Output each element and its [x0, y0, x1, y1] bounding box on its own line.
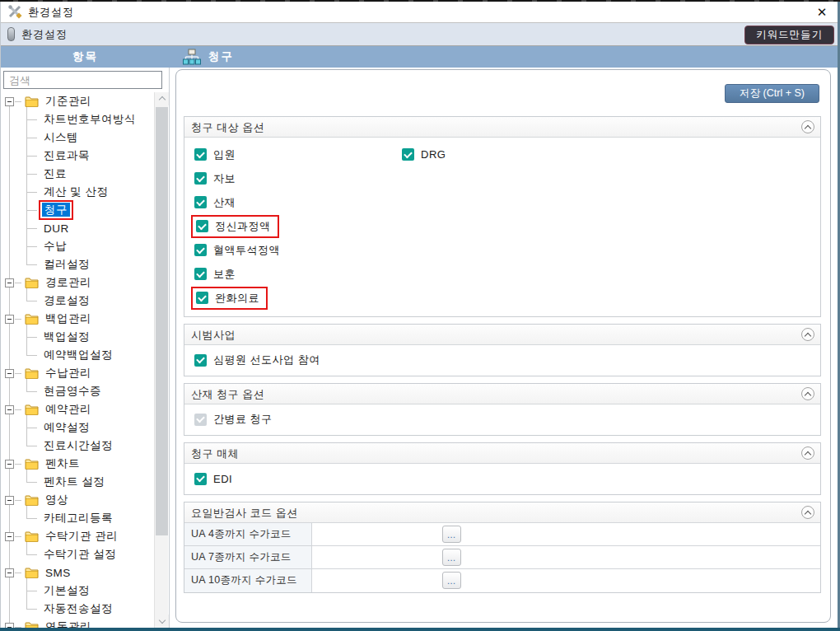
- scroll-down-icon[interactable]: [155, 615, 169, 628]
- tree-item-label[interactable]: 계산 및 산정: [41, 184, 111, 200]
- checkbox-icon[interactable]: [402, 148, 414, 161]
- tree-item-label[interactable]: 예약설정: [41, 419, 92, 436]
- browse-button[interactable]: …: [442, 549, 461, 566]
- tree-expander-icon[interactable]: [5, 315, 14, 324]
- tree-item-label[interactable]: 영상: [43, 492, 71, 508]
- tree-item-경로관리[interactable]: 경로관리: [1, 273, 154, 292]
- tree-item-예약설정[interactable]: 예약설정: [1, 418, 154, 437]
- tree-item-수탁기관-설정[interactable]: 수탁기관 설정: [1, 545, 154, 563]
- tree-expander-icon[interactable]: [5, 568, 14, 577]
- collapse-chevron-icon[interactable]: [801, 446, 814, 460]
- code-value-field[interactable]: [312, 569, 442, 592]
- checkbox-DRG[interactable]: DRG: [402, 148, 446, 161]
- tree-item-DUR[interactable]: DUR: [1, 219, 154, 237]
- tree-item-label[interactable]: 차트번호부여방식: [41, 111, 138, 128]
- tree-item-연동관리[interactable]: 연동관리: [1, 618, 154, 628]
- tree-item-수납[interactable]: 수납: [1, 237, 154, 255]
- tree-item-label[interactable]: 청구: [42, 203, 70, 217]
- tree-item-수납관리[interactable]: 수납관리: [1, 364, 154, 382]
- tree-expander-icon[interactable]: [5, 405, 14, 414]
- tree-item-label[interactable]: 백업관리: [43, 311, 94, 327]
- tree-expander-icon[interactable]: [5, 532, 14, 541]
- checkbox-icon[interactable]: [194, 244, 207, 256]
- checkbox-icon[interactable]: [196, 292, 208, 304]
- tree-item-백업설정[interactable]: 백업설정: [1, 328, 154, 346]
- tree-expander-icon[interactable]: [5, 623, 14, 629]
- tree-item-백업관리[interactable]: 백업관리: [1, 310, 154, 328]
- tree-item-label[interactable]: 시스템: [41, 129, 81, 146]
- checkbox-간병료-청구[interactable]: 간병료 청구: [194, 412, 273, 427]
- make-keyword-button[interactable]: 키워드만들기: [744, 26, 834, 44]
- tree-item-SMS[interactable]: SMS: [1, 563, 154, 582]
- checkbox-심평원-선도사업-참여[interactable]: 심평원 선도사업 참여: [194, 353, 320, 367]
- tree-item-컬러설정[interactable]: 컬러설정: [1, 255, 154, 273]
- tree-item-예약관리[interactable]: 예약관리: [1, 400, 154, 418]
- tree-scrollbar[interactable]: [154, 92, 168, 628]
- checkbox-자보[interactable]: 자보: [194, 171, 236, 186]
- tree-item-label[interactable]: 수탁기관 설정: [41, 546, 119, 563]
- scrollbar-thumb[interactable]: [156, 107, 168, 535]
- tree-item-label[interactable]: 기본설정: [41, 582, 92, 599]
- tree-item-진료과목[interactable]: 진료과목: [1, 147, 154, 165]
- tree-item-진료시간설정[interactable]: 진료시간설정: [1, 437, 154, 455]
- tree-item-label[interactable]: 예약관리: [43, 401, 94, 418]
- checkbox-혈액투석정액[interactable]: 혈액투석정액: [194, 243, 280, 258]
- tree-item-label[interactable]: 수탁기관 관리: [43, 528, 120, 545]
- tree-item-label[interactable]: 수납관리: [43, 365, 94, 381]
- tree-item-label[interactable]: 컬러설정: [41, 256, 92, 273]
- tree-item-label[interactable]: SMS: [43, 566, 73, 580]
- tree-item-영상[interactable]: 영상: [1, 491, 154, 509]
- tree-item-label[interactable]: 진료과목: [41, 147, 92, 164]
- tree-expander-icon[interactable]: [5, 278, 14, 287]
- tree-item-시스템[interactable]: 시스템: [1, 129, 154, 147]
- tree-item-예약백업설정[interactable]: 예약백업설정: [1, 346, 154, 364]
- tree-item-기본설정[interactable]: 기본설정: [1, 582, 154, 600]
- checkbox-icon[interactable]: [194, 473, 207, 485]
- tree-item-label[interactable]: 수납: [41, 238, 69, 255]
- tree-item-label[interactable]: DUR: [41, 222, 72, 236]
- tree-item-label[interactable]: 예약백업설정: [41, 347, 115, 363]
- collapse-chevron-icon[interactable]: [801, 506, 814, 519]
- tree-item-label[interactable]: 연동관리: [43, 619, 94, 628]
- tree-item-label[interactable]: 경로설정: [41, 292, 92, 309]
- checkbox-icon[interactable]: [196, 220, 208, 232]
- collapse-chevron-icon[interactable]: [801, 328, 814, 341]
- tree-item-label[interactable]: 카테고리등록: [41, 510, 115, 526]
- tree-item-label[interactable]: 기준관리: [43, 93, 94, 110]
- tree-item-기준관리[interactable]: 기준관리: [1, 92, 154, 110]
- checkbox-산재[interactable]: 산재: [194, 195, 236, 210]
- tree-item-label[interactable]: 진료시간설정: [41, 437, 115, 454]
- tree-item-label[interactable]: 펜차트 설정: [41, 474, 107, 490]
- scroll-up-icon[interactable]: [155, 92, 169, 105]
- checkbox-icon[interactable]: [194, 354, 207, 367]
- checkbox-완화의료[interactable]: 완화의료: [191, 287, 268, 310]
- tree-item-label[interactable]: 펜차트: [43, 456, 82, 472]
- tree-expander-icon[interactable]: [5, 496, 14, 505]
- tree-item-계산-및-산정[interactable]: 계산 및 산정: [1, 183, 154, 201]
- tree-item-label[interactable]: 현금영수증: [41, 383, 104, 400]
- tree-item-현금영수증[interactable]: 현금영수증: [1, 382, 154, 400]
- tree-item-자동전송설정[interactable]: 자동전송설정: [1, 600, 154, 618]
- tree-expander-icon[interactable]: [5, 369, 14, 378]
- checkbox-icon[interactable]: [194, 268, 207, 280]
- browse-button[interactable]: …: [442, 526, 461, 543]
- tree-expander-icon[interactable]: [5, 97, 14, 106]
- code-value-field[interactable]: [312, 546, 442, 568]
- tree-item-카테고리등록[interactable]: 카테고리등록: [1, 509, 154, 527]
- code-value-field[interactable]: [312, 523, 442, 545]
- checkbox-icon[interactable]: [194, 414, 207, 426]
- browse-button[interactable]: …: [442, 572, 461, 589]
- tree-expander-icon[interactable]: [5, 460, 14, 469]
- collapse-chevron-icon[interactable]: [801, 387, 814, 400]
- tree-item-차트번호부여방식[interactable]: 차트번호부여방식: [1, 110, 154, 129]
- tree-item-수탁기관-관리[interactable]: 수탁기관 관리: [1, 527, 154, 545]
- checkbox-icon[interactable]: [194, 172, 207, 185]
- tree-item-펜차트-설정[interactable]: 펜차트 설정: [1, 473, 154, 491]
- tree-item-청구[interactable]: 청구: [1, 201, 154, 219]
- checkbox-정신과정액[interactable]: 정신과정액: [191, 215, 279, 238]
- save-button[interactable]: 저장 (Ctrl + S): [725, 84, 819, 103]
- checkbox-EDI[interactable]: EDI: [194, 473, 232, 485]
- collapse-chevron-icon[interactable]: [801, 120, 814, 133]
- checkbox-보훈[interactable]: 보훈: [194, 267, 236, 282]
- tree-item-경로설정[interactable]: 경로설정: [1, 292, 154, 310]
